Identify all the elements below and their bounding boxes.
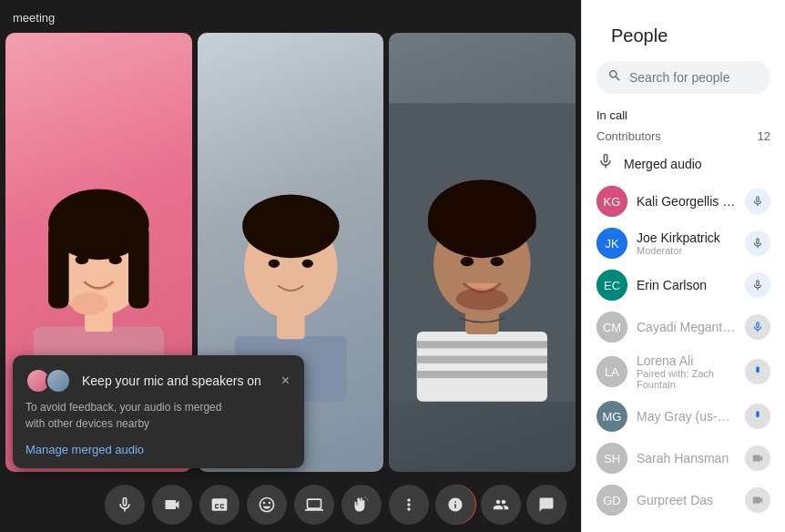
mic-action-joe[interactable] [745,230,770,256]
svg-rect-4 [48,224,69,308]
toolbar-right-actions [435,485,566,525]
toast-close-button[interactable]: × [280,372,291,390]
camera-action-gurpreet[interactable] [745,487,770,513]
merged-audio-icon [596,152,615,175]
search-people-input[interactable] [629,70,760,85]
person-row-joe[interactable]: JK Joe Kirkpatrick Moderator [582,222,785,264]
person-info-sarah: Sarah Hansman [637,451,736,466]
toast-title: Keep your mic and speakers on [82,373,270,388]
meeting-label: meeting [13,11,55,25]
video-tile-3 [389,33,576,472]
in-call-label: In call [582,103,785,126]
person-row-lorena[interactable]: LA Lorena Ali Paired with: Zach Fountain [582,348,785,395]
svg-rect-5 [128,224,149,308]
person-info-erin: Erin Carlson [637,278,736,292]
svg-text:SH: SH [604,452,620,466]
person-name-kali: Kali Georgellis (You) [637,194,736,209]
person-actions-kali [745,189,770,214]
person-subtitle-lorena: Paired with: Zach Fountain [637,368,736,390]
avatar-joe: JK [596,228,627,259]
person-actions-may [745,404,770,429]
person-info-lorena: Lorena Ali Paired with: Zach Fountain [637,353,736,390]
svg-text:GD: GD [603,494,621,507]
mic-action-erin[interactable] [745,272,770,298]
toast-body: To avoid feedback, your audio is mergedw… [25,399,291,432]
panel-title: People [596,11,682,57]
search-icon [607,68,622,87]
people-list: KG Kali Georgellis (You) JK Joe Kirkpatr… [582,180,785,532]
person-row-sarah[interactable]: SH Sarah Hansman [582,437,785,479]
person-name-joe: Joe Kirkpatrick [637,230,736,245]
people-panel: People In call Contributors 12 Merged au… [581,0,785,532]
svg-text:CM: CM [603,321,621,334]
svg-text:EC: EC [604,279,620,292]
person-actions-sarah [745,445,770,471]
avatar-kali: KG [596,186,627,217]
svg-point-30 [491,257,504,266]
toast-notification: Keep your mic and speakers on × To avoid… [13,355,304,468]
person-row-cayadi[interactable]: CM Cayadi Megantara [582,306,785,348]
toolbar [0,477,581,532]
avatar-sarah: SH [596,443,627,474]
raise-hand-button[interactable] [342,485,382,525]
video-area: meeting Carls [0,0,581,532]
mic-action-may[interactable] [745,404,770,429]
svg-point-8 [71,292,108,315]
person-name-may: May Gray (us-san-6420) [637,409,736,424]
mic-button[interactable] [105,485,145,525]
person-name-gurpreet: Gurpreet Das [637,493,736,507]
person-actions-gurpreet [745,487,770,513]
avatar-gurpreet: GD [596,485,627,516]
person-row-may[interactable]: MG May Gray (us-san-6420) [582,395,785,437]
person-name-cayadi: Cayadi Megantara [637,320,736,334]
toast-avatars [25,368,71,394]
mic-action-lorena[interactable] [745,359,770,384]
panel-header: People [582,0,785,61]
svg-text:KG: KG [604,195,621,209]
camera-button[interactable] [152,485,192,525]
person-info-joe: Joe Kirkpatrick Moderator [637,230,736,256]
svg-text:LA: LA [605,365,619,379]
captions-button[interactable] [199,485,240,525]
mic-action-kali[interactable] [745,189,770,214]
toast-avatar-2 [46,368,71,394]
emoji-button[interactable] [247,485,287,525]
person-actions-erin [745,272,770,298]
person-actions-lorena [745,359,770,384]
contributors-label: Contributors [596,129,661,143]
info-button[interactable] [435,485,475,525]
more-options-button[interactable] [389,485,429,525]
present-button[interactable] [294,485,334,525]
participants-button[interactable] [481,485,521,525]
svg-text:MG: MG [603,410,622,424]
avatar-cayadi: CM [596,312,627,343]
svg-rect-17 [417,341,547,348]
avatar-erin: EC [596,270,627,301]
avatar-may: MG [596,401,627,432]
chat-button[interactable] [526,485,566,525]
person-info-kali: Kali Georgellis (You) [637,194,736,209]
person-actions-cayadi [745,314,770,340]
person-row-kali[interactable]: KG Kali Georgellis (You) [582,180,785,222]
person-info-cayadi: Cayadi Megantara [637,320,736,334]
svg-rect-18 [417,356,547,363]
person-name-lorena: Lorena Ali [637,353,736,368]
manage-merged-audio-link[interactable]: Manage merged audio [25,443,144,456]
person-actions-joe [745,230,770,256]
search-box[interactable] [596,61,770,94]
avatar-lorena: LA [596,356,627,387]
merged-audio-row: Merged audio [582,147,785,180]
contributors-count: 12 [758,129,770,143]
person-info-may: May Gray (us-san-6420) [637,409,736,424]
merged-audio-label: Merged audio [624,157,702,171]
person-subtitle-joe: Moderator [637,245,736,256]
svg-text:JK: JK [605,237,619,251]
contributors-row: Contributors 12 [582,126,785,147]
person-name-erin: Erin Carlson [637,278,736,292]
mic-action-cayadi[interactable] [745,314,770,340]
svg-point-14 [301,260,312,268]
svg-point-6 [76,255,88,264]
person-row-erin[interactable]: EC Erin Carlson [582,264,785,306]
camera-action-sarah[interactable] [745,445,770,471]
person-row-gurpreet[interactable]: GD Gurpreet Das [582,479,785,521]
